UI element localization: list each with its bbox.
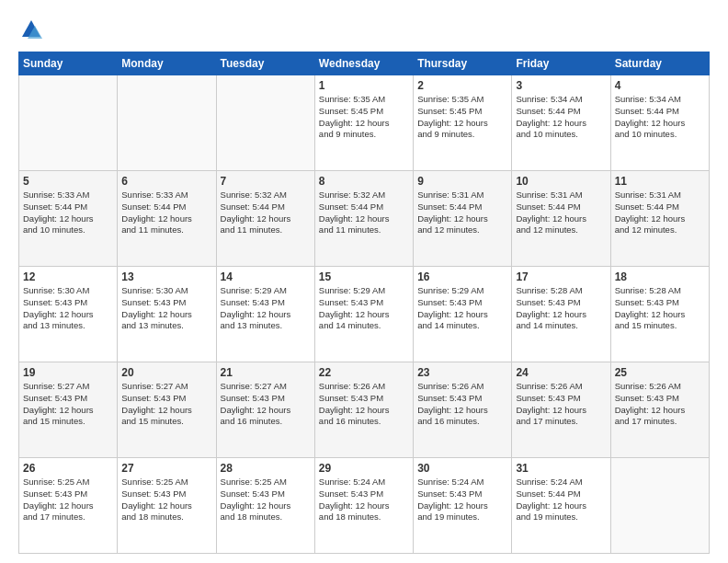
day-number: 28: [221, 462, 311, 475]
day-number: 27: [121, 462, 211, 475]
calendar-cell: 11Sunrise: 5:31 AM Sunset: 5:44 PM Dayli…: [610, 171, 709, 267]
weekday-header-sunday: Sunday: [19, 52, 118, 75]
calendar-cell: 4Sunrise: 5:34 AM Sunset: 5:44 PM Daylig…: [610, 75, 709, 171]
day-detail: Sunrise: 5:33 AM Sunset: 5:44 PM Dayligh…: [23, 190, 113, 236]
day-detail: Sunrise: 5:33 AM Sunset: 5:44 PM Dayligh…: [121, 190, 211, 236]
day-detail: Sunrise: 5:25 AM Sunset: 5:43 PM Dayligh…: [23, 477, 113, 523]
day-number: 29: [319, 462, 409, 475]
logo-icon: [18, 17, 44, 42]
calendar-cell: 12Sunrise: 5:30 AM Sunset: 5:43 PM Dayli…: [19, 267, 118, 362]
day-detail: Sunrise: 5:30 AM Sunset: 5:43 PM Dayligh…: [23, 285, 113, 332]
calendar-cell: 16Sunrise: 5:29 AM Sunset: 5:43 PM Dayli…: [414, 267, 512, 362]
calendar-cell: 29Sunrise: 5:24 AM Sunset: 5:43 PM Dayli…: [314, 458, 413, 554]
day-number: 12: [23, 270, 113, 283]
day-detail: Sunrise: 5:26 AM Sunset: 5:43 PM Dayligh…: [417, 381, 507, 428]
calendar-cell: 23Sunrise: 5:26 AM Sunset: 5:43 PM Dayli…: [414, 362, 512, 458]
calendar-week-row: 1Sunrise: 5:35 AM Sunset: 5:45 PM Daylig…: [19, 75, 710, 171]
day-detail: Sunrise: 5:31 AM Sunset: 5:44 PM Dayligh…: [516, 190, 606, 236]
calendar-cell: 22Sunrise: 5:26 AM Sunset: 5:43 PM Dayli…: [314, 362, 413, 458]
calendar-cell: 9Sunrise: 5:31 AM Sunset: 5:44 PM Daylig…: [414, 171, 512, 267]
calendar-cell: 5Sunrise: 5:33 AM Sunset: 5:44 PM Daylig…: [19, 171, 118, 267]
day-detail: Sunrise: 5:28 AM Sunset: 5:43 PM Dayligh…: [516, 285, 606, 332]
calendar-cell: 18Sunrise: 5:28 AM Sunset: 5:43 PM Dayli…: [610, 267, 709, 362]
day-detail: Sunrise: 5:32 AM Sunset: 5:44 PM Dayligh…: [319, 190, 409, 236]
day-detail: Sunrise: 5:25 AM Sunset: 5:43 PM Dayligh…: [121, 477, 211, 523]
day-number: 18: [615, 270, 705, 283]
calendar-cell: 14Sunrise: 5:29 AM Sunset: 5:43 PM Dayli…: [216, 267, 314, 362]
logo: [18, 17, 48, 42]
day-detail: Sunrise: 5:27 AM Sunset: 5:43 PM Dayligh…: [221, 381, 311, 428]
day-detail: Sunrise: 5:34 AM Sunset: 5:44 PM Dayligh…: [516, 94, 606, 141]
day-number: 7: [221, 175, 311, 188]
day-number: 10: [516, 175, 606, 188]
calendar-cell: 26Sunrise: 5:25 AM Sunset: 5:43 PM Dayli…: [19, 458, 118, 554]
calendar-cell: 13Sunrise: 5:30 AM Sunset: 5:43 PM Dayli…: [118, 267, 216, 362]
calendar-table: SundayMondayTuesdayWednesdayThursdayFrid…: [18, 52, 710, 554]
day-detail: Sunrise: 5:34 AM Sunset: 5:44 PM Dayligh…: [615, 94, 705, 141]
day-number: 31: [516, 462, 606, 475]
day-detail: Sunrise: 5:29 AM Sunset: 5:43 PM Dayligh…: [417, 285, 507, 332]
weekday-header-tuesday: Tuesday: [216, 52, 314, 75]
calendar-cell: 10Sunrise: 5:31 AM Sunset: 5:44 PM Dayli…: [512, 171, 610, 267]
calendar-cell: 6Sunrise: 5:33 AM Sunset: 5:44 PM Daylig…: [118, 171, 216, 267]
day-number: 8: [319, 175, 409, 188]
day-detail: Sunrise: 5:27 AM Sunset: 5:43 PM Dayligh…: [121, 381, 211, 428]
day-number: 25: [615, 366, 705, 379]
header: [18, 17, 710, 42]
day-detail: Sunrise: 5:24 AM Sunset: 5:43 PM Dayligh…: [417, 477, 507, 523]
day-number: 6: [121, 175, 211, 188]
day-number: 3: [516, 79, 606, 92]
calendar-cell: 7Sunrise: 5:32 AM Sunset: 5:44 PM Daylig…: [216, 171, 314, 267]
day-detail: Sunrise: 5:31 AM Sunset: 5:44 PM Dayligh…: [417, 190, 507, 236]
calendar-week-row: 5Sunrise: 5:33 AM Sunset: 5:44 PM Daylig…: [19, 171, 710, 267]
day-number: 5: [23, 175, 113, 188]
day-number: 13: [121, 270, 211, 283]
calendar-cell: 19Sunrise: 5:27 AM Sunset: 5:43 PM Dayli…: [19, 362, 118, 458]
day-detail: Sunrise: 5:35 AM Sunset: 5:45 PM Dayligh…: [319, 94, 409, 141]
day-detail: Sunrise: 5:29 AM Sunset: 5:43 PM Dayligh…: [319, 285, 409, 332]
day-number: 14: [221, 270, 311, 283]
day-detail: Sunrise: 5:26 AM Sunset: 5:43 PM Dayligh…: [319, 381, 409, 428]
weekday-header-wednesday: Wednesday: [314, 52, 413, 75]
calendar-cell: 17Sunrise: 5:28 AM Sunset: 5:43 PM Dayli…: [512, 267, 610, 362]
day-detail: Sunrise: 5:35 AM Sunset: 5:45 PM Dayligh…: [417, 94, 507, 141]
calendar-cell: 25Sunrise: 5:26 AM Sunset: 5:43 PM Dayli…: [610, 362, 709, 458]
weekday-header-friday: Friday: [512, 52, 610, 75]
calendar-cell: 28Sunrise: 5:25 AM Sunset: 5:43 PM Dayli…: [216, 458, 314, 554]
day-number: 2: [417, 79, 507, 92]
day-number: 21: [221, 366, 311, 379]
calendar-cell: [19, 75, 118, 171]
calendar-cell: 30Sunrise: 5:24 AM Sunset: 5:43 PM Dayli…: [414, 458, 512, 554]
day-number: 20: [121, 366, 211, 379]
day-number: 17: [516, 270, 606, 283]
calendar-cell: [118, 75, 216, 171]
page: SundayMondayTuesdayWednesdayThursdayFrid…: [0, 0, 728, 563]
day-detail: Sunrise: 5:31 AM Sunset: 5:44 PM Dayligh…: [615, 190, 705, 236]
day-detail: Sunrise: 5:29 AM Sunset: 5:43 PM Dayligh…: [221, 285, 311, 332]
calendar-week-row: 19Sunrise: 5:27 AM Sunset: 5:43 PM Dayli…: [19, 362, 710, 458]
day-number: 26: [23, 462, 113, 475]
calendar-week-row: 26Sunrise: 5:25 AM Sunset: 5:43 PM Dayli…: [19, 458, 710, 554]
day-detail: Sunrise: 5:26 AM Sunset: 5:43 PM Dayligh…: [615, 381, 705, 428]
day-number: 19: [23, 366, 113, 379]
day-detail: Sunrise: 5:26 AM Sunset: 5:43 PM Dayligh…: [516, 381, 606, 428]
calendar-cell: [610, 458, 709, 554]
weekday-header-saturday: Saturday: [610, 52, 709, 75]
day-number: 11: [615, 175, 705, 188]
weekday-header-row: SundayMondayTuesdayWednesdayThursdayFrid…: [19, 52, 710, 75]
calendar-cell: 3Sunrise: 5:34 AM Sunset: 5:44 PM Daylig…: [512, 75, 610, 171]
calendar-cell: 1Sunrise: 5:35 AM Sunset: 5:45 PM Daylig…: [314, 75, 413, 171]
day-number: 22: [319, 366, 409, 379]
calendar-cell: 8Sunrise: 5:32 AM Sunset: 5:44 PM Daylig…: [314, 171, 413, 267]
weekday-header-thursday: Thursday: [414, 52, 512, 75]
calendar-cell: 2Sunrise: 5:35 AM Sunset: 5:45 PM Daylig…: [414, 75, 512, 171]
calendar-cell: [216, 75, 314, 171]
day-number: 16: [417, 270, 507, 283]
day-detail: Sunrise: 5:30 AM Sunset: 5:43 PM Dayligh…: [121, 285, 211, 332]
day-detail: Sunrise: 5:24 AM Sunset: 5:44 PM Dayligh…: [516, 477, 606, 523]
day-detail: Sunrise: 5:25 AM Sunset: 5:43 PM Dayligh…: [221, 477, 311, 523]
calendar-cell: 20Sunrise: 5:27 AM Sunset: 5:43 PM Dayli…: [118, 362, 216, 458]
day-detail: Sunrise: 5:32 AM Sunset: 5:44 PM Dayligh…: [221, 190, 311, 236]
weekday-header-monday: Monday: [118, 52, 216, 75]
calendar-cell: 27Sunrise: 5:25 AM Sunset: 5:43 PM Dayli…: [118, 458, 216, 554]
